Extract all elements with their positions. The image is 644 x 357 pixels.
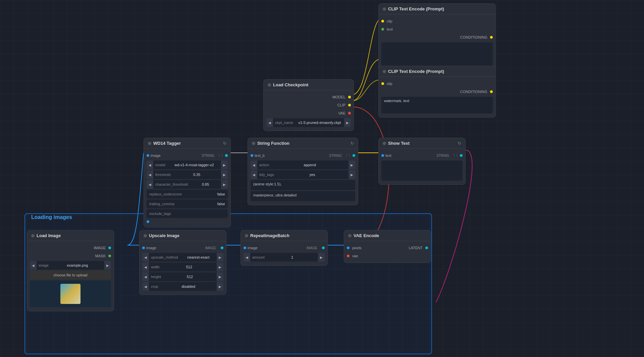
wd14-char-threshold-widget[interactable]: ◀ character_threshold 0.85 ▶ bbox=[147, 180, 228, 189]
upscale-crop-value: disabled bbox=[160, 284, 217, 288]
model-output-row: MODEL bbox=[264, 93, 354, 101]
wd14-image-row: image STRING ⋮⋮ bbox=[144, 151, 230, 160]
wd14-model-arrow-right[interactable]: ▶ bbox=[221, 161, 228, 169]
upscale-width-arrow-right[interactable]: ▶ bbox=[217, 263, 223, 271]
conditioning2-label: CONDITIONING bbox=[460, 90, 487, 94]
clip-text-encode-1-header: CLIP Text Encode (Prompt) bbox=[379, 4, 495, 14]
upscale-header: Upscale Image bbox=[140, 230, 226, 241]
string-fn-tidy-arrow-left[interactable]: ◀ bbox=[251, 170, 257, 179]
model-port-dot bbox=[348, 96, 351, 98]
wd14-threshold-value: 0.35 bbox=[172, 173, 221, 177]
upscale-height-widget[interactable]: ◀ height 512 ▶ bbox=[142, 272, 223, 281]
vae-label: VAE bbox=[338, 111, 345, 115]
load-image-node: Load Image IMAGE MASK ◀ image example.pn… bbox=[27, 230, 114, 311]
string-fn-text2[interactable]: masterpiece, ultra detailed bbox=[251, 191, 355, 201]
wd14-model-widget[interactable]: ◀ model wd-v1-4-moat-tagger-v2 ▶ bbox=[147, 161, 228, 169]
wd14-model-arrow-left[interactable]: ◀ bbox=[147, 161, 153, 169]
vae-encode-title: VAE Encode bbox=[354, 233, 427, 238]
wd14-threshold-arrow-right[interactable]: ▶ bbox=[221, 170, 228, 179]
load-image-widget[interactable]: ◀ image example.png ▶ bbox=[30, 261, 111, 270]
upscale-method-value: nearest-exact bbox=[180, 255, 217, 259]
upscale-method-arrow-right[interactable]: ▶ bbox=[217, 253, 223, 262]
wd14-threshold-arrow-left[interactable]: ◀ bbox=[147, 170, 153, 179]
upscale-image-output-dot bbox=[221, 247, 223, 249]
vae-vae-row: vae bbox=[344, 252, 431, 260]
wd14-char-threshold-arrow-left[interactable]: ◀ bbox=[147, 180, 153, 189]
repeat-amount-arrow-right[interactable]: ▶ bbox=[318, 253, 325, 262]
repeat-amount-widget[interactable]: ◀ amount 1 ▶ bbox=[244, 253, 325, 262]
wd14-title: WD14 Tagger bbox=[153, 141, 221, 146]
string-fn-output-dot bbox=[353, 154, 355, 157]
clip-port-label: clip bbox=[387, 19, 392, 23]
wd14-exclude-tags-widget[interactable]: exclude_tags bbox=[147, 209, 228, 218]
upscale-method-widget[interactable]: ◀ upscale_method nearest-exact ▶ bbox=[142, 253, 223, 262]
string-fn-action-label: action bbox=[257, 163, 271, 167]
load-image-arrow-left[interactable]: ◀ bbox=[30, 261, 37, 270]
show-text-title: Show Text bbox=[388, 141, 456, 146]
vae-dot bbox=[348, 112, 351, 115]
vae-pixels-label: pixels bbox=[352, 246, 362, 250]
string-fn-tidy-tags-widget[interactable]: ◀ tidy_tags yes ▶ bbox=[251, 170, 355, 179]
clip-output-row: CLIP bbox=[264, 101, 354, 109]
clip-text-encode-1-text[interactable] bbox=[381, 42, 493, 69]
upscale-crop-arrow-left[interactable]: ◀ bbox=[142, 282, 149, 291]
repeat-amount-arrow-left[interactable]: ◀ bbox=[244, 253, 250, 262]
wd14-threshold-widget[interactable]: ◀ threshold 0.35 ▶ bbox=[147, 170, 228, 179]
string-fn-text1[interactable]: (anime style:1.5), bbox=[251, 180, 355, 190]
load-image-status-dot bbox=[31, 234, 35, 237]
upscale-crop-widget[interactable]: ◀ crop disabled ▶ bbox=[142, 282, 223, 291]
load-image-choose-label: choose file to upload bbox=[54, 273, 88, 277]
show-text-status-dot bbox=[383, 142, 386, 145]
string-fn-tidy-value: yes bbox=[276, 173, 348, 177]
ckpt-arrow-left[interactable]: ◀ bbox=[266, 118, 273, 127]
clip-text-encode-1-title: CLIP Text Encode (Prompt) bbox=[388, 6, 491, 11]
repeat-title: RepeatImageBatch bbox=[250, 233, 323, 238]
vae-encode-node: VAE Encode pixels LATENT vae bbox=[344, 230, 431, 263]
repeat-image-input-label: image bbox=[248, 246, 258, 250]
upscale-method-arrow-left[interactable]: ◀ bbox=[142, 253, 149, 262]
upscale-io-row: image IMAGE bbox=[140, 244, 226, 252]
clip-text-encode-2-text[interactable]: watermark, text bbox=[381, 97, 493, 114]
repeat-status-dot bbox=[245, 234, 248, 237]
load-image-header: Load Image bbox=[27, 230, 114, 241]
load-image-preview bbox=[60, 284, 80, 304]
clip-input-row: clip bbox=[379, 17, 495, 25]
ckpt-arrow-right[interactable]: ▶ bbox=[344, 118, 351, 127]
upscale-height-arrow-right[interactable]: ▶ bbox=[217, 272, 223, 281]
repeat-io-row: image IMAGE bbox=[241, 244, 327, 252]
load-image-choose-button[interactable]: choose file to upload bbox=[30, 271, 111, 279]
upscale-width-label: width bbox=[149, 265, 162, 269]
upscale-image-node: Upscale Image image IMAGE ◀ upscale_meth… bbox=[139, 230, 226, 295]
upscale-width-arrow-left[interactable]: ◀ bbox=[142, 263, 149, 271]
upscale-crop-arrow-right[interactable]: ▶ bbox=[217, 282, 223, 291]
clip-text-encode-1-status-dot bbox=[383, 7, 386, 11]
wd14-image-input-dot bbox=[147, 154, 149, 157]
wd14-model-label: model bbox=[153, 163, 167, 167]
upscale-width-widget[interactable]: ◀ width 512 ▶ bbox=[142, 263, 223, 271]
wd14-trailing-comma-widget[interactable]: trailing_comma false bbox=[147, 199, 228, 208]
upscale-crop-label: crop bbox=[149, 284, 160, 288]
repeat-image-batch-node: RepeatImageBatch image IMAGE ◀ amount 1 … bbox=[240, 230, 328, 266]
clip-port-dot bbox=[381, 20, 384, 23]
string-fn-tidy-label: tidy_tags bbox=[257, 173, 276, 177]
wd14-char-threshold-value: 0.85 bbox=[190, 182, 221, 186]
string-fn-action-arrow-left[interactable]: ◀ bbox=[251, 161, 257, 169]
string-fn-tidy-arrow-right[interactable]: ▶ bbox=[348, 170, 355, 179]
string-fn-action-arrow-right[interactable]: ▶ bbox=[348, 161, 355, 169]
show-text-output-dot bbox=[460, 154, 463, 157]
wd14-threshold-label: threshold bbox=[153, 173, 172, 177]
show-text-grid-icon: ⋮⋮ bbox=[452, 154, 459, 157]
string-fn-grid-icon: ⋮⋮ bbox=[345, 154, 351, 157]
string-fn-action-widget[interactable]: ◀ action append ▶ bbox=[251, 161, 355, 169]
upscale-height-arrow-left[interactable]: ◀ bbox=[142, 272, 149, 281]
vae-pixels-dot bbox=[347, 247, 350, 249]
wd14-char-threshold-arrow-right[interactable]: ▶ bbox=[221, 180, 228, 189]
show-text-input-dot bbox=[381, 154, 384, 157]
wd14-replace-underscore-widget[interactable]: replace_underscore false bbox=[147, 190, 228, 198]
wd14-status-dot bbox=[148, 142, 151, 145]
ckpt-name-widget[interactable]: ◀ ckpt_name v1-5-pruned-emaonly.ckpt ▶ bbox=[266, 118, 351, 127]
load-checkpoint-title: Load Checkpoint bbox=[273, 82, 350, 87]
load-image-arrow-right[interactable]: ▶ bbox=[104, 261, 111, 270]
string-fn-action-value: append bbox=[271, 163, 348, 167]
repeat-header: RepeatImageBatch bbox=[241, 230, 327, 241]
